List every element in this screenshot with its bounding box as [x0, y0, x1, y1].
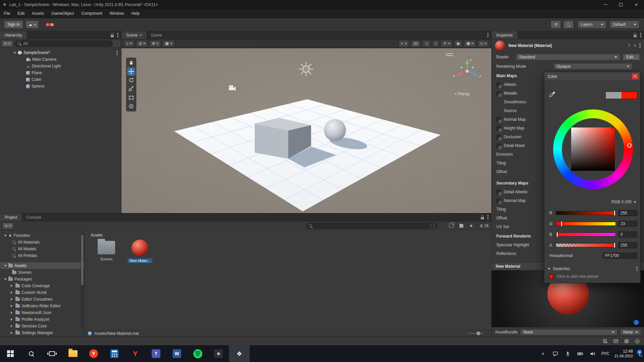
- scene-viewport[interactable]: y x z < Persp: [121, 48, 491, 213]
- shader-dropdown[interactable]: Standard: [516, 54, 620, 60]
- asset-tile-scenes[interactable]: Scenes: [92, 238, 121, 261]
- menu-window[interactable]: Window: [106, 9, 128, 18]
- sv-indicator[interactable]: [611, 127, 614, 130]
- expander-icon[interactable]: [11, 285, 14, 287]
- edit-shader-button[interactable]: Edit...: [623, 54, 640, 60]
- tray-expand-icon[interactable]: ∧: [539, 352, 547, 356]
- unity-hub-button[interactable]: ❖: [208, 345, 229, 362]
- tree-package-row[interactable]: Code Coverage: [0, 282, 84, 289]
- hue-indicator[interactable]: [627, 143, 632, 148]
- texture-slot-icon[interactable]: [496, 144, 501, 148]
- scale-tool-button[interactable]: [127, 85, 135, 93]
- assetbundle-variant-dropdown[interactable]: None: [620, 329, 641, 335]
- menu-edit[interactable]: Edit: [14, 9, 28, 18]
- r-slider[interactable]: [556, 211, 616, 215]
- g-slider[interactable]: [556, 222, 616, 226]
- panel-menu-icon[interactable]: [640, 33, 641, 38]
- menu-component[interactable]: Component: [78, 9, 106, 18]
- menu-help[interactable]: Help: [128, 9, 143, 18]
- tree-all-materials[interactable]: All Materials: [0, 239, 84, 246]
- yandex-browser-button[interactable]: Y: [83, 345, 104, 362]
- swatches-menu-icon[interactable]: [636, 266, 638, 271]
- tree-package-row[interactable]: Profile Analyzer: [0, 316, 84, 323]
- expander-icon[interactable]: [4, 265, 7, 268]
- menu-gameobject[interactable]: GameObject: [48, 9, 78, 18]
- hex-field[interactable]: FF1700: [603, 253, 637, 259]
- maximize-button[interactable]: [613, 0, 629, 9]
- tree-row-plane[interactable]: Plane: [0, 69, 121, 76]
- tray-chat-icon[interactable]: [552, 351, 559, 357]
- minimize-button[interactable]: [598, 0, 613, 9]
- expander-icon[interactable]: [13, 52, 16, 55]
- hidden-count[interactable]: ⊘ 16: [480, 223, 489, 228]
- color-mode-dropdown[interactable]: RGB 0-255: [601, 200, 636, 204]
- tree-package-row[interactable]: Custom NUnit: [0, 289, 84, 296]
- network-offline-icon[interactable]: [624, 339, 629, 344]
- texture-slot-icon[interactable]: [496, 117, 501, 122]
- texture-slot-icon[interactable]: [496, 83, 501, 87]
- presets-icon[interactable]: ≡: [634, 43, 636, 48]
- spotify-button[interactable]: [187, 345, 208, 362]
- tree-all-models[interactable]: All Models: [0, 246, 84, 252]
- lock-icon[interactable]: [481, 217, 484, 219]
- lock-icon[interactable]: [634, 35, 637, 37]
- b-slider[interactable]: [556, 232, 616, 237]
- favorites-star-icon[interactable]: ★: [469, 224, 473, 228]
- create-asset-button[interactable]: +: [3, 223, 13, 229]
- tree-row-directional-light[interactable]: ☼ Directional Light: [0, 63, 121, 69]
- expander-icon[interactable]: [11, 325, 14, 327]
- preview-badge-icon[interactable]: [634, 320, 639, 325]
- tree-package-row[interactable]: Editor Coroutines: [0, 296, 84, 303]
- close-button[interactable]: ×: [629, 0, 644, 9]
- red-swatch[interactable]: [549, 274, 553, 279]
- slider-knob[interactable]: [477, 331, 480, 335]
- swatches-header[interactable]: Swatches: [548, 266, 638, 271]
- scrollbar-thumb[interactable]: [81, 235, 83, 285]
- tab-scene[interactable]: Scene: [121, 31, 146, 39]
- layers-dropdown[interactable]: Layers: [578, 20, 606, 29]
- tree-scenes[interactable]: Scenes: [0, 269, 84, 276]
- texture-slot-icon[interactable]: [496, 91, 501, 96]
- g-value-field[interactable]: 23: [618, 221, 637, 227]
- help-icon[interactable]: ?: [628, 43, 630, 48]
- tree-favorites[interactable]: ★ Favorites: [0, 232, 84, 239]
- 2d-toggle[interactable]: 2D: [411, 40, 420, 47]
- expander-icon[interactable]: [11, 311, 14, 314]
- undo-history-button[interactable]: ↺: [551, 20, 561, 29]
- yandex-app-button[interactable]: Y: [125, 345, 146, 362]
- pivot-dropdown[interactable]: ◎: [136, 40, 148, 47]
- tree-package-row[interactable]: JetBrains Rider Editor: [0, 303, 84, 309]
- rotate-tool-button[interactable]: [127, 76, 135, 84]
- slider-handle[interactable]: [614, 243, 615, 248]
- layout-dropdown[interactable]: Default: [610, 20, 639, 29]
- effects-dropdown[interactable]: ✶: [441, 40, 452, 47]
- tree-assets[interactable]: Assets: [0, 262, 84, 269]
- hierarchy-search-input[interactable]: All: [15, 41, 112, 47]
- tree-package-row[interactable]: Newtonsoft Json: [0, 309, 84, 316]
- tree-row-sphere[interactable]: Sphere: [0, 83, 121, 90]
- menu-file[interactable]: File: [0, 9, 14, 18]
- expander-icon[interactable]: [4, 278, 7, 281]
- tray-volume-icon[interactable]: [589, 351, 596, 357]
- expander-icon[interactable]: [11, 291, 14, 294]
- expander-icon[interactable]: [11, 305, 14, 307]
- saturation-value-box[interactable]: [571, 127, 615, 171]
- calculator-button[interactable]: [104, 345, 125, 362]
- texture-slot-icon[interactable]: [496, 135, 501, 139]
- expander-icon[interactable]: [11, 318, 14, 321]
- tab-console[interactable]: Console: [22, 213, 46, 221]
- tool-settings-dropdown[interactable]: +: [124, 40, 134, 47]
- teams-button[interactable]: T: [146, 345, 166, 362]
- tab-game[interactable]: Game: [146, 31, 167, 39]
- panel-menu-icon[interactable]: [487, 215, 489, 220]
- expander-icon[interactable]: [4, 235, 7, 238]
- expander-icon[interactable]: [11, 331, 14, 334]
- header-menu-icon[interactable]: [639, 43, 641, 48]
- expander-icon[interactable]: [11, 298, 14, 301]
- panel-menu-icon[interactable]: [487, 33, 489, 38]
- notifications-muted-icon[interactable]: [602, 339, 608, 344]
- messages-icon[interactable]: [613, 339, 618, 344]
- clock[interactable]: 12:48 21.09.2022: [614, 349, 633, 359]
- cloud-button[interactable]: ☁: [26, 20, 39, 29]
- slider-handle[interactable]: [561, 221, 562, 226]
